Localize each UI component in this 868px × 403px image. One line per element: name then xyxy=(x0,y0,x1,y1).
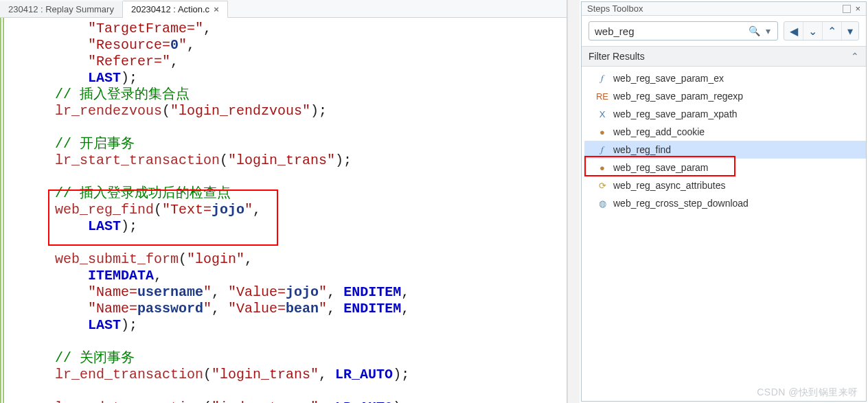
filter-results-header[interactable]: Filter Results ⌃ xyxy=(582,47,866,67)
regex-icon: RE xyxy=(597,91,608,102)
async-icon: ⟳ xyxy=(597,180,608,191)
cookie-icon: ● xyxy=(597,126,608,137)
panel-title-bar: Steps Toolbox × xyxy=(582,2,866,16)
editor-column: 230412 : Replay Summary 20230412 : Actio… xyxy=(0,0,567,403)
result-label: web_reg_async_attributes xyxy=(613,180,725,191)
filter-results-label: Filter Results xyxy=(589,51,645,62)
minimize-icon[interactable] xyxy=(843,5,851,13)
tab-label: 230412 : Replay Summary xyxy=(8,4,114,14)
result-item[interactable]: ◍web_reg_cross_step_download xyxy=(584,194,866,212)
search-icon[interactable]: 🔍 xyxy=(746,25,763,36)
result-item[interactable]: ●web_reg_add_cookie xyxy=(584,123,866,141)
panel-title: Steps Toolbox xyxy=(587,3,643,14)
dropdown-icon[interactable]: ▾ xyxy=(763,25,773,36)
tab-action-c[interactable]: 20230412 : Action.c × xyxy=(123,1,228,18)
code-editor[interactable]: "TargetFrame=", "Resource=0", "Referer="… xyxy=(0,18,567,403)
nav-more-icon[interactable]: ▾ xyxy=(842,22,858,40)
nav-back-icon[interactable]: ◀ xyxy=(784,22,803,40)
editor-scrollbar[interactable] xyxy=(567,0,580,403)
result-label: web_reg_save_param_ex xyxy=(613,73,724,84)
search-box[interactable]: 🔍 ▾ xyxy=(589,21,778,41)
result-label: web_reg_save_param_regexp xyxy=(613,91,743,102)
result-item[interactable]: Xweb_reg_save_param_xpath xyxy=(584,105,866,123)
result-label: web_reg_find xyxy=(613,144,671,155)
result-item[interactable]: ⟳web_reg_async_attributes xyxy=(584,176,866,194)
result-label: web_reg_save_param_xpath xyxy=(613,108,738,119)
tab-replay-summary[interactable]: 230412 : Replay Summary xyxy=(0,1,123,17)
result-item[interactable]: REweb_reg_save_param_regexp xyxy=(584,87,866,105)
tab-label: 20230412 : Action.c xyxy=(131,4,209,14)
search-input[interactable] xyxy=(593,25,746,38)
find-icon: 𝑓 xyxy=(597,144,608,155)
nav-up-icon[interactable]: ⌃ xyxy=(823,22,842,40)
panel-tools: × xyxy=(843,3,860,14)
close-panel-icon[interactable]: × xyxy=(855,3,860,14)
result-label: web_reg_add_cookie xyxy=(613,126,705,137)
highlight-box-result xyxy=(584,156,735,176)
nav-down-icon[interactable]: ⌄ xyxy=(803,22,823,40)
close-icon[interactable]: × xyxy=(214,4,219,14)
result-item[interactable]: 𝑓web_reg_save_param_ex xyxy=(584,69,866,87)
nav-buttons: ◀ ⌄ ⌃ ▾ xyxy=(784,21,859,41)
highlight-box-code xyxy=(48,189,278,246)
steps-toolbox-panel: Steps Toolbox × 🔍 ▾ ◀ ⌄ ⌃ ▾ xyxy=(580,0,868,403)
search-row: 🔍 ▾ ◀ ⌄ ⌃ ▾ xyxy=(582,16,866,47)
result-label: web_reg_cross_step_download xyxy=(613,198,749,209)
fx-icon: 𝑓 xyxy=(597,73,608,84)
gutter-marks xyxy=(0,18,4,403)
tab-bar: 230412 : Replay Summary 20230412 : Actio… xyxy=(0,0,567,18)
results-list: 𝑓web_reg_save_param_exREweb_reg_save_par… xyxy=(582,67,866,401)
download-icon: ◍ xyxy=(597,198,608,209)
xpath-icon: X xyxy=(597,108,608,119)
collapse-icon[interactable]: ⌃ xyxy=(851,51,859,62)
